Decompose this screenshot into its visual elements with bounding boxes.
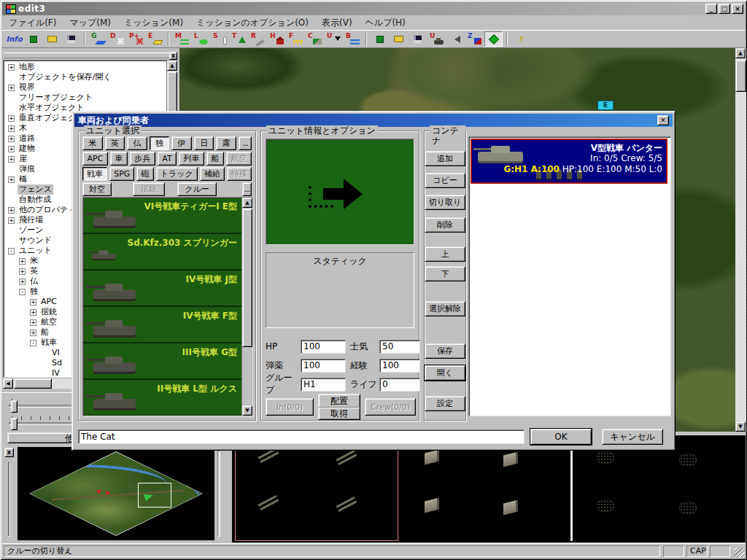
class-truck-button[interactable]: トラック <box>156 167 198 181</box>
minimap-right-slider[interactable] <box>217 451 220 537</box>
house-button[interactable]: H <box>268 31 286 47</box>
save-mission-button[interactable] <box>409 31 427 47</box>
zones-button[interactable]: Z <box>465 31 484 47</box>
class-supply-button[interactable]: 補給 <box>200 167 225 181</box>
menu-file[interactable]: ファイル(F) <box>2 15 63 31</box>
place-acquire-button[interactable]: 配置 取得 <box>318 394 360 420</box>
country-japan-button[interactable]: 日 <box>194 136 214 150</box>
save-map-button[interactable] <box>62 31 80 47</box>
settings-button[interactable]: 設定 <box>425 396 465 411</box>
scroll-down-icon[interactable]: ▼ <box>242 405 252 416</box>
copy-button[interactable]: コピー <box>425 173 465 188</box>
panel-close-icon[interactable]: x <box>169 52 177 60</box>
tree-expand-icon[interactable]: + <box>8 136 15 142</box>
scrollbar-thumb[interactable] <box>242 209 252 347</box>
country-germany-button[interactable]: 独 <box>150 136 170 150</box>
marsh-button[interactable]: M <box>173 31 191 47</box>
close-button[interactable]: × <box>732 4 743 14</box>
unit-list-item[interactable]: IV号戦車 F型 <box>83 307 241 343</box>
unit-list-item[interactable]: IV号戦車 J型 <box>83 271 241 307</box>
menu-view[interactable]: 表示(V) <box>315 15 359 31</box>
new-mission-button[interactable] <box>371 31 389 47</box>
scroll-up-icon[interactable]: ▲ <box>167 61 177 71</box>
tree-expand-icon[interactable]: + <box>8 146 15 152</box>
unit-dropdown-button[interactable]: U <box>325 31 343 47</box>
down-button[interactable]: 下 <box>425 266 465 281</box>
class-artillery-button[interactable]: 砲 <box>136 167 153 181</box>
tree-expand-icon[interactable]: + <box>8 176 15 183</box>
unit-list-item[interactable]: VI号戦車ティガーI E型 <box>83 198 241 234</box>
slider-thumb[interactable] <box>11 418 18 430</box>
tree-expand-icon[interactable]: - <box>8 248 15 254</box>
class-spg-button[interactable]: SPG <box>109 167 134 181</box>
tree-expand-icon[interactable]: + <box>19 258 26 265</box>
sound-button[interactable] <box>446 31 465 47</box>
road-button[interactable]: R <box>249 31 267 47</box>
tree-expand-icon[interactable]: + <box>8 217 15 224</box>
save-container-button[interactable]: 保存 <box>425 343 465 359</box>
slider-thumb[interactable] <box>11 400 18 413</box>
maximize-button[interactable]: □ <box>719 4 730 14</box>
life-field[interactable] <box>379 378 420 392</box>
tree-expand-icon[interactable]: + <box>8 64 15 71</box>
open-mission-button[interactable] <box>390 31 408 47</box>
country-russia-button[interactable]: 露 <box>216 136 236 150</box>
scroll-up-icon[interactable]: ▲ <box>242 198 252 208</box>
panel-gripper[interactable]: x <box>4 52 177 58</box>
map-vertical-scrollbar[interactable]: ▲ ▼ <box>735 48 746 432</box>
menu-mission[interactable]: ミッション(M) <box>117 15 190 31</box>
scrollbar-thumb[interactable] <box>735 60 746 92</box>
country-uk-button[interactable]: 英 <box>105 136 125 150</box>
lake-button[interactable]: L <box>192 31 210 47</box>
menu-mission-options[interactable]: ミッションのオプション(O) <box>190 15 315 31</box>
country-italy-button[interactable]: 伊 <box>171 136 192 150</box>
menu-help[interactable]: ヘルプ(H) <box>359 15 412 31</box>
dialog-close-icon[interactable]: ✕ <box>657 115 669 125</box>
group-field[interactable] <box>301 378 346 392</box>
class-train-button[interactable]: 列車 <box>179 152 204 166</box>
fence-tile[interactable] <box>570 437 744 541</box>
tree-expand-icon[interactable]: + <box>30 309 36 316</box>
container-item-selected[interactable]: V型戦車 パンター In: 0/5 Crew: 5/5 G:H1 A:100 H… <box>471 139 667 184</box>
country-more-button[interactable]: ... <box>239 136 252 150</box>
tree-expand-icon[interactable]: - <box>30 340 36 346</box>
minimap-close-icon[interactable]: x <box>4 448 14 457</box>
container-list[interactable]: V型戦車 パンター In: 0/5 Crew: 5/5 G:H1 A:100 H… <box>468 136 671 416</box>
tree-expand-icon[interactable]: - <box>19 289 26 295</box>
unit-list-item[interactable]: III号戦車 G型 <box>83 343 241 380</box>
tree-button[interactable]: T <box>230 31 248 47</box>
minimap-viewport[interactable] <box>138 483 171 508</box>
menu-map[interactable]: マップ(M) <box>63 15 117 31</box>
unit-list-item[interactable]: II号戦車 L型 ルクス <box>83 380 241 416</box>
scrollbar-thumb[interactable] <box>14 378 52 389</box>
cancel-button[interactable]: キャンセル <box>602 429 663 445</box>
class-ship-button[interactable]: 船 <box>206 152 224 166</box>
units-button[interactable]: U <box>427 31 446 47</box>
clear-objects-button[interactable]: D <box>108 31 126 47</box>
tree-expand-icon[interactable]: + <box>30 299 36 306</box>
tree-item-terrain[interactable]: +地形 <box>5 62 166 72</box>
experience-field[interactable] <box>379 359 420 373</box>
points-button[interactable]: P+ <box>127 31 145 47</box>
ok-button[interactable]: OK <box>530 429 592 445</box>
tree-item-save-open-objects[interactable]: オブジェクトを保存/開く <box>5 72 166 82</box>
cliff-button[interactable]: C <box>306 31 324 47</box>
class-more-button[interactable]: ... <box>242 182 252 196</box>
cut-button[interactable]: 切り取り <box>425 195 465 210</box>
minimap[interactable] <box>18 447 214 540</box>
unit-list-scrollbar[interactable]: ▲ ▼ <box>241 198 252 416</box>
tree-expand-icon[interactable]: + <box>19 279 26 285</box>
minimap-left-slider[interactable] <box>8 462 10 537</box>
unit-list-item[interactable]: Sd.Kfz.303 スプリンガー <box>83 234 241 271</box>
hp-field[interactable] <box>301 340 346 354</box>
info-button[interactable]: Info <box>5 31 23 47</box>
bridge-button[interactable]: B <box>344 31 362 47</box>
class-car-button[interactable]: 車 <box>110 152 128 166</box>
tree-expand-icon[interactable]: + <box>30 330 36 336</box>
class-at-button[interactable]: AT <box>158 152 177 166</box>
pointer-button[interactable] <box>484 31 503 47</box>
window-titlebar[interactable]: edit3 _ □ × <box>2 2 745 15</box>
up-button[interactable]: 上 <box>425 246 465 262</box>
direction-arrow-icon[interactable] <box>317 177 368 211</box>
delete-button[interactable]: 削除 <box>425 217 465 233</box>
